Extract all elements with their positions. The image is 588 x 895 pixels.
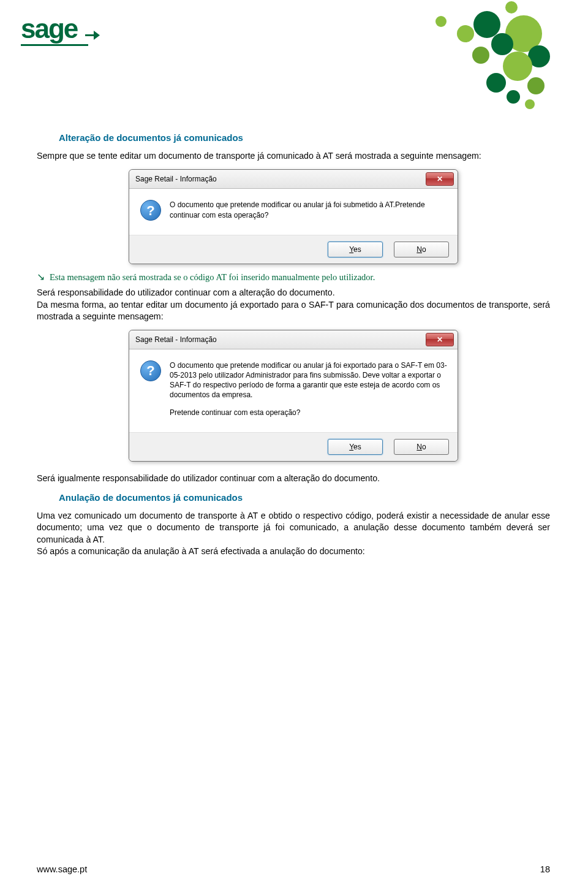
svg-point-6 <box>457 25 474 42</box>
section-title-1: Alteração de documentos já comunicados <box>59 132 550 144</box>
dialog2-message-2: Pretende continuar com esta operação? <box>170 408 448 417</box>
section2-p1: Uma vez comunicado um documento de trans… <box>37 510 550 546</box>
section-intro-1: Sempre que se tente editar um documento … <box>37 150 550 162</box>
close-icon[interactable]: ✕ <box>426 172 454 186</box>
paragraph-2: Da mesma forma, ao tentar editar um docu… <box>37 299 550 322</box>
svg-rect-2 <box>21 44 88 46</box>
svg-point-14 <box>507 90 520 104</box>
dialog1-title: Sage Retail - Informação <box>135 174 217 184</box>
page-number: 18 <box>540 864 550 874</box>
dialog2-message-1: O documento que pretende modificar ou an… <box>170 360 448 400</box>
svg-point-8 <box>491 33 513 55</box>
paragraph-1: Será responsabilidade do utilizador cont… <box>37 287 550 299</box>
paragraph-3: Será igualmente responsabilidade do util… <box>37 473 550 484</box>
dialog1-message: O documento que pretende modificar ou an… <box>170 200 448 219</box>
section2-p2: Só após a comunicação da anulação à AT s… <box>37 546 550 557</box>
no-button[interactable]: No <box>394 439 449 455</box>
dialog-info-1: Sage Retail - Informação ✕ ? O documento… <box>129 169 458 264</box>
note-1: Esta mensagem não será mostrada se o cód… <box>50 272 375 284</box>
svg-point-13 <box>527 77 545 94</box>
question-icon: ? <box>140 200 161 221</box>
footer-url: www.sage.pt <box>37 864 87 874</box>
yes-button[interactable]: Yes <box>328 242 383 257</box>
svg-point-3 <box>505 1 518 13</box>
section-title-2: Anulação de documentos já comunicados <box>59 492 550 504</box>
no-button[interactable]: No <box>394 242 449 257</box>
dialog-info-2: Sage Retail - Informação ✕ ? O documento… <box>129 330 458 462</box>
svg-point-15 <box>525 99 535 109</box>
svg-point-9 <box>472 47 489 64</box>
decorative-dots <box>380 0 564 110</box>
close-icon[interactable]: ✕ <box>426 333 454 346</box>
question-icon: ? <box>140 360 161 381</box>
arrow-icon: ↘ <box>37 272 45 283</box>
svg-point-5 <box>473 11 500 38</box>
svg-text:sage: sage <box>21 13 78 44</box>
svg-point-12 <box>486 73 506 93</box>
sage-logo: sage <box>21 12 113 51</box>
svg-point-4 <box>435 16 447 27</box>
dialog2-title: Sage Retail - Informação <box>135 335 217 345</box>
yes-button[interactable]: Yes <box>328 439 383 455</box>
svg-point-11 <box>503 51 532 81</box>
